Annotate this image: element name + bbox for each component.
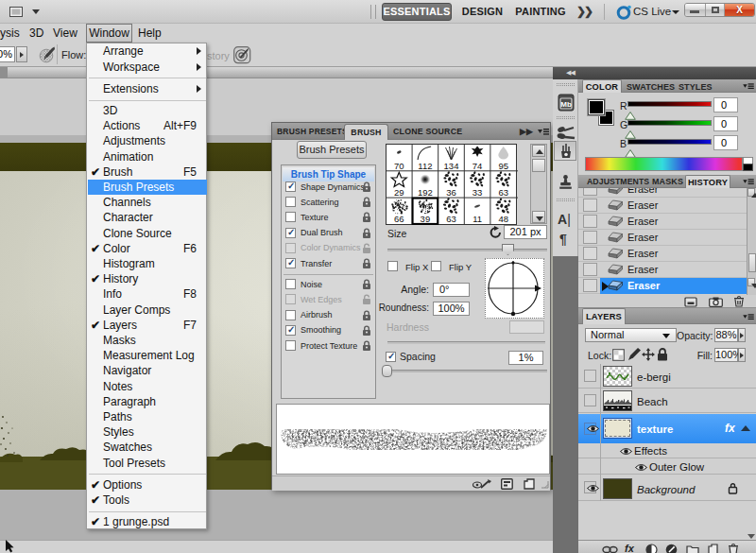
svg-text:63: 63 — [498, 187, 508, 198]
svg-text:29: 29 — [394, 187, 404, 198]
svg-text:39: 39 — [421, 214, 431, 224]
svg-text:112: 112 — [418, 161, 432, 171]
svg-text:63: 63 — [446, 214, 456, 224]
svg-text:48: 48 — [498, 214, 508, 224]
svg-text:11: 11 — [472, 214, 482, 224]
svg-text:70: 70 — [394, 161, 404, 171]
svg-text:134: 134 — [444, 161, 459, 171]
svg-text:192: 192 — [418, 187, 433, 198]
svg-text:74: 74 — [472, 161, 483, 171]
svg-text:36: 36 — [446, 187, 456, 198]
svg-text:66: 66 — [394, 214, 404, 224]
svg-text:Mb: Mb — [560, 100, 572, 109]
svg-text:33: 33 — [472, 187, 483, 198]
svg-text:95: 95 — [498, 161, 508, 171]
